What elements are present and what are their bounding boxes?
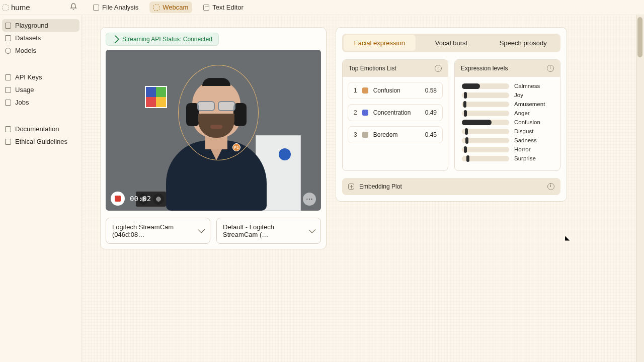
- emotion-value: 0.58: [425, 87, 437, 94]
- tab-label: File Analysis: [102, 4, 138, 11]
- brand-name: hume: [11, 3, 30, 12]
- grid-icon: [5, 23, 11, 29]
- level-bar: [462, 93, 509, 98]
- embedding-plot-toggle[interactable]: Embedding Plot: [342, 178, 560, 195]
- sidebar-item-playground[interactable]: Playground: [2, 19, 79, 32]
- camera-select-value: Logitech StreamCam (046d:08…: [112, 223, 199, 238]
- scrollbar[interactable]: [636, 15, 644, 362]
- expand-icon: [348, 184, 354, 190]
- recording-time: 00:02: [130, 195, 151, 203]
- shield-icon: [5, 139, 11, 145]
- brand: hume: [0, 3, 82, 12]
- sidebar-item-label: API Keys: [15, 73, 42, 81]
- video-more-button[interactable]: ⋯: [303, 193, 316, 206]
- info-icon[interactable]: [435, 65, 442, 72]
- mic-select[interactable]: Default - Logitech StreamCam (…: [216, 218, 321, 244]
- level-row: Joy: [462, 92, 555, 98]
- tab-label: Text Editor: [212, 4, 243, 11]
- info-icon[interactable]: [547, 183, 554, 190]
- document-icon: [93, 5, 99, 11]
- sidebar-item-datasets[interactable]: Datasets: [0, 32, 82, 44]
- level-row: Sadness: [462, 137, 555, 143]
- sidebar-item-label: Datasets: [15, 34, 41, 42]
- top-tabs: File Analysis Webcam Text Editor: [82, 0, 248, 15]
- level-bar: [462, 120, 509, 125]
- emotion-name: Concentration: [373, 109, 420, 116]
- briefcase-icon: [5, 100, 11, 106]
- emotion-row: 1Confusion0.58: [348, 82, 443, 99]
- video-feed: P1 00:02 ⋯: [106, 50, 321, 211]
- emotion-swatch: [362, 132, 368, 138]
- webcam-icon: [153, 5, 159, 11]
- mic-select-value: Default - Logitech StreamCam (…: [223, 223, 310, 238]
- info-icon[interactable]: [547, 65, 554, 72]
- level-row: Amusement: [462, 101, 555, 107]
- notifications-icon[interactable]: [70, 3, 77, 12]
- tab-webcam[interactable]: Webcam: [149, 2, 192, 13]
- tab-label: Webcam: [163, 4, 188, 11]
- panel-title: Expression levels: [461, 65, 508, 72]
- sidebar-item-usage[interactable]: Usage: [0, 83, 82, 96]
- results-card: Facial expression Vocal burst Speech pro…: [336, 27, 567, 202]
- camera-select[interactable]: Logitech StreamCam (046d:08…: [106, 218, 210, 244]
- sidebar-item-label: Models: [15, 47, 36, 54]
- book-icon: [5, 126, 11, 132]
- record-icon: [115, 196, 121, 202]
- emotion-rank: 2: [354, 109, 357, 116]
- sidebar-item-jobs[interactable]: Jobs: [0, 96, 82, 109]
- level-name: Sadness: [514, 137, 537, 143]
- sidebar-item-ethical-guidelines[interactable]: Ethical Guidelines: [0, 135, 82, 148]
- level-row: Disgust: [462, 128, 555, 134]
- level-name: Surprise: [514, 155, 536, 161]
- sidebar-item-documentation[interactable]: Documentation: [0, 123, 82, 135]
- record-button[interactable]: [111, 192, 125, 206]
- emotion-row: 2Concentration0.49: [348, 104, 443, 121]
- tab-facial-expression[interactable]: Facial expression: [344, 35, 416, 51]
- level-bar: [462, 83, 509, 89]
- level-name: Anger: [514, 110, 530, 116]
- emotion-name: Boredom: [373, 131, 420, 138]
- sidebar-item-label: Jobs: [15, 99, 29, 106]
- sidebar-item-label: Ethical Guidelines: [15, 138, 67, 145]
- level-name: Joy: [514, 92, 523, 98]
- level-bar: [462, 156, 509, 161]
- key-icon: [5, 74, 11, 80]
- level-name: Amusement: [514, 101, 545, 107]
- expression-levels-panel: Expression levels CalmnessJoyAmusementAn…: [454, 59, 560, 171]
- tab-file-analysis[interactable]: File Analysis: [89, 2, 142, 13]
- level-row: Confusion: [462, 119, 555, 125]
- sidebar-item-label: Playground: [15, 22, 48, 29]
- chart-icon: [5, 87, 11, 93]
- level-name: Disgust: [514, 128, 533, 134]
- decor-ball: [279, 148, 291, 160]
- wifi-icon: [111, 35, 120, 44]
- tab-vocal-burst[interactable]: Vocal burst: [416, 35, 488, 51]
- level-row: Surprise: [462, 155, 555, 161]
- level-name: Horror: [514, 146, 531, 152]
- status-text: Streaming API Status: Connected: [122, 36, 212, 43]
- sidebar-item-label: Documentation: [15, 125, 59, 133]
- tab-text-editor[interactable]: Text Editor: [199, 2, 247, 13]
- tab-speech-prosody[interactable]: Speech prosody: [487, 35, 559, 51]
- webcam-card: Streaming API Status: Connected P1 00:02…: [100, 27, 327, 249]
- sidebar-item-label: Usage: [15, 86, 34, 94]
- emotion-rank: 1: [354, 87, 357, 94]
- level-row: Anger: [462, 110, 555, 116]
- emotion-value: 0.49: [425, 109, 437, 116]
- level-bar: [462, 111, 509, 116]
- level-bar: [462, 129, 509, 134]
- level-name: Calmness: [514, 83, 540, 89]
- emotion-row: 3Boredom0.45: [348, 126, 443, 143]
- brand-icon: [2, 4, 9, 11]
- embedding-label: Embedding Plot: [359, 183, 542, 190]
- text-icon: [203, 5, 209, 11]
- stack-icon: [5, 35, 11, 41]
- level-name: Confusion: [514, 119, 540, 125]
- sidebar: Playground Datasets Models API Keys Usag…: [0, 15, 82, 362]
- top-emotions-panel: Top Emotions List 1Confusion0.582Concent…: [342, 59, 448, 171]
- level-bar: [462, 147, 509, 152]
- level-row: Calmness: [462, 83, 555, 89]
- sidebar-item-models[interactable]: Models: [0, 44, 82, 57]
- emotion-rank: 3: [354, 131, 357, 138]
- sidebar-item-api-keys[interactable]: API Keys: [0, 71, 82, 83]
